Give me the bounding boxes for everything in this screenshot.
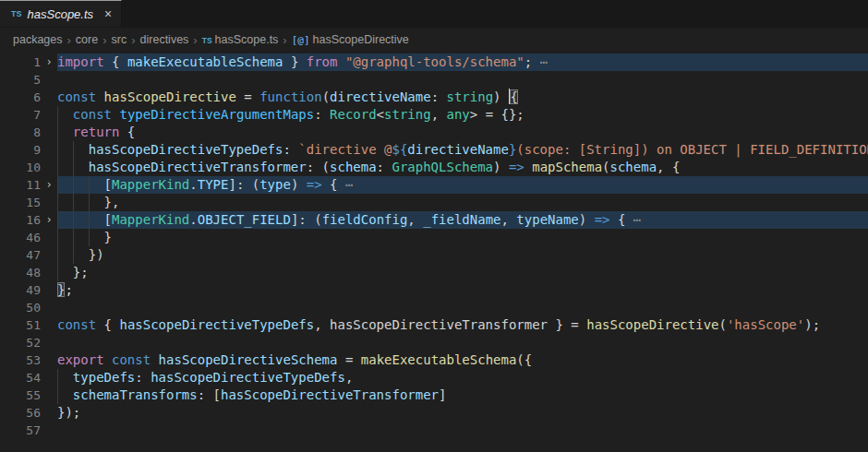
code-token: 'hasScope' bbox=[727, 317, 804, 332]
code-token: hasScopeDirectiveTransformer bbox=[330, 317, 548, 332]
code-token: ); bbox=[804, 317, 820, 332]
code-token: , { bbox=[657, 160, 680, 174]
code-text[interactable]: hasScopeDirectiveTypeDefs: `directive @$… bbox=[57, 141, 868, 159]
code-token: [ bbox=[57, 212, 112, 227]
code-line[interactable]: 8 return { bbox=[0, 124, 868, 141]
code-text[interactable]: }); bbox=[57, 404, 868, 422]
code-token: ) bbox=[291, 177, 307, 192]
code-line[interactable]: 57 bbox=[0, 422, 868, 439]
code-line[interactable]: 9 hasScopeDirectiveTypeDefs: `directive … bbox=[0, 141, 868, 159]
breadcrumb-item-file[interactable]: TShasScope.ts bbox=[202, 33, 279, 46]
code-text[interactable]: [MapperKind.OBJECT_FIELD]: (fieldConfig,… bbox=[57, 211, 868, 229]
fold-arrow-icon bbox=[41, 229, 57, 246]
code-token: hasScopeDirectiveTypeDefs bbox=[89, 142, 283, 157]
indent-guide-icon bbox=[89, 176, 90, 194]
code-line[interactable]: 46 } bbox=[0, 229, 868, 246]
tab-hasscope-ts[interactable]: TS hasScope.ts × bbox=[0, 0, 122, 27]
code-token: const bbox=[57, 89, 96, 104]
code-line[interactable]: 51const { hasScopeDirectiveTypeDefs, has… bbox=[0, 316, 868, 334]
breadcrumb-item-packages[interactable]: packages bbox=[13, 33, 63, 46]
code-text[interactable]: const hasScopeDirective = function(direc… bbox=[57, 89, 868, 106]
code-text[interactable]: export const hasScopeDirectiveSchema = m… bbox=[57, 351, 868, 369]
line-number: 57 bbox=[0, 422, 41, 439]
code-token: type bbox=[259, 177, 291, 192]
code-line[interactable]: 47 }) bbox=[0, 246, 868, 264]
code-text[interactable] bbox=[57, 71, 868, 89]
code-line[interactable]: 1›import { makeExecutableSchema } from "… bbox=[0, 54, 868, 71]
breadcrumb-file-label: hasScope.ts bbox=[215, 33, 279, 46]
breadcrumb-item-src[interactable]: src bbox=[112, 33, 127, 46]
fold-arrow-icon[interactable]: › bbox=[41, 176, 57, 194]
fold-arrow-icon[interactable]: › bbox=[41, 211, 57, 229]
code-token: typeName bbox=[516, 212, 578, 227]
code-line[interactable]: 6const hasScopeDirective = function(dire… bbox=[0, 89, 868, 106]
code-line[interactable]: 5 bbox=[0, 71, 868, 89]
line-number: 54 bbox=[0, 369, 41, 387]
code-text[interactable]: typeDefs: hasScopeDirectiveTypeDefs, bbox=[57, 369, 868, 387]
code-text[interactable]: }; bbox=[57, 264, 868, 281]
code-text[interactable]: }; bbox=[57, 281, 868, 299]
code-line[interactable]: 56}); bbox=[0, 404, 868, 422]
code-line[interactable]: 48 }; bbox=[0, 264, 868, 281]
code-text[interactable]: hasScopeDirectiveTransformer: (schema: G… bbox=[57, 159, 868, 176]
code-token: schema bbox=[330, 160, 377, 174]
indent-guide-icon bbox=[89, 211, 90, 229]
code-text[interactable]: } bbox=[57, 229, 868, 246]
breadcrumb-item-core[interactable]: core bbox=[76, 33, 98, 46]
fold-arrow-icon bbox=[41, 351, 57, 369]
code-text[interactable]: [MapperKind.TYPE]: (type) => { ⋯ bbox=[57, 176, 868, 194]
line-number: 55 bbox=[0, 387, 41, 404]
code-line[interactable]: 49}; bbox=[0, 281, 868, 299]
code-editor[interactable]: 1›import { makeExecutableSchema } from "… bbox=[0, 52, 868, 439]
code-text[interactable]: schemaTransforms: [hasScopeDirectiveTran… bbox=[57, 387, 868, 404]
fold-arrow-icon[interactable]: › bbox=[41, 54, 57, 71]
fold-arrow-icon bbox=[41, 159, 57, 176]
code-token: } bbox=[57, 230, 112, 244]
line-gutter: 11› bbox=[0, 176, 57, 194]
code-token: const bbox=[112, 352, 151, 367]
code-token: directiveName bbox=[330, 89, 431, 104]
code-line[interactable]: 16› [MapperKind.OBJECT_FIELD]: (fieldCon… bbox=[0, 211, 868, 229]
code-text[interactable] bbox=[57, 299, 868, 316]
code-line[interactable]: 52 bbox=[0, 334, 868, 351]
line-number: 7 bbox=[0, 106, 41, 124]
code-line[interactable]: 55 schemaTransforms: [hasScopeDirectiveT… bbox=[0, 387, 868, 404]
code-token: function bbox=[259, 89, 321, 104]
code-text[interactable] bbox=[57, 422, 868, 439]
indent-guide-icon bbox=[57, 194, 58, 211]
code-line[interactable]: 15 }, bbox=[0, 194, 868, 211]
line-number: 11 bbox=[0, 176, 41, 194]
code-token: . bbox=[189, 177, 197, 192]
code-token bbox=[57, 387, 73, 402]
indent-guide-icon bbox=[73, 159, 74, 176]
breadcrumb-item-directives[interactable]: directives bbox=[140, 33, 189, 46]
code-token: : bbox=[377, 160, 392, 174]
close-tab-icon[interactable]: × bbox=[104, 7, 112, 20]
line-number: 51 bbox=[0, 316, 41, 334]
indent-guide-icon bbox=[57, 141, 58, 159]
code-text[interactable]: const typeDirectiveArgumentMaps: Record<… bbox=[57, 106, 868, 124]
code-line[interactable]: 11› [MapperKind.TYPE]: (type) => { ⋯ bbox=[0, 176, 868, 194]
code-text[interactable]: return { bbox=[57, 124, 868, 141]
breadcrumb-symbol-label: hasScopeDirective bbox=[313, 33, 409, 46]
code-line[interactable]: 54 typeDefs: hasScopeDirectiveTypeDefs, bbox=[0, 369, 868, 387]
code-text[interactable]: import { makeExecutableSchema } from "@g… bbox=[57, 54, 868, 71]
code-line[interactable]: 10 hasScopeDirectiveTransformer: (schema… bbox=[0, 159, 868, 176]
typescript-file-icon: TS bbox=[11, 9, 22, 18]
code-token: hasScopeDirectiveTransformer bbox=[221, 387, 439, 402]
code-line[interactable]: 53export const hasScopeDirectiveSchema =… bbox=[0, 351, 868, 369]
breadcrumb-item-symbol[interactable]: [@]hasScopeDirective bbox=[292, 33, 409, 46]
code-line[interactable]: 50 bbox=[0, 299, 868, 316]
code-text[interactable]: }, bbox=[57, 194, 868, 211]
code-text[interactable] bbox=[57, 334, 868, 351]
code-token: ) bbox=[579, 212, 595, 227]
code-token: _fieldName bbox=[423, 212, 500, 227]
line-gutter: 46 bbox=[0, 229, 57, 246]
fold-arrow-icon bbox=[41, 316, 57, 334]
indent-guide-icon bbox=[57, 176, 58, 194]
code-text[interactable]: const { hasScopeDirectiveTypeDefs, hasSc… bbox=[57, 316, 868, 334]
tab-title: hasScope.ts bbox=[28, 7, 94, 21]
code-token bbox=[524, 160, 532, 174]
code-text[interactable]: }) bbox=[57, 246, 868, 264]
code-line[interactable]: 7 const typeDirectiveArgumentMaps: Recor… bbox=[0, 106, 868, 124]
